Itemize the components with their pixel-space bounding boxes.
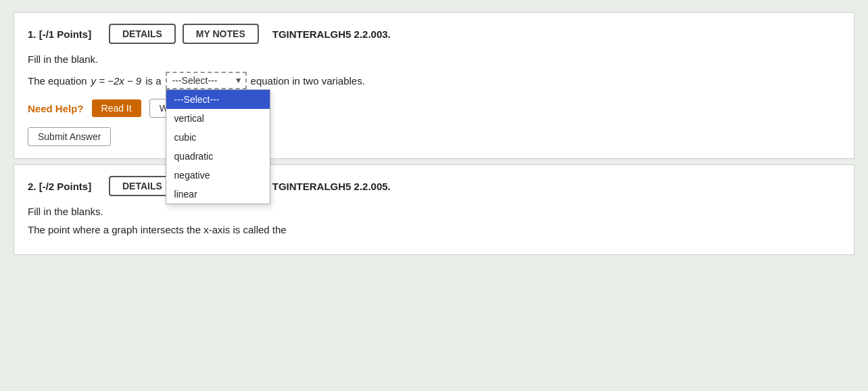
q2-body-text: The point where a graph intersects the x… xyxy=(28,224,287,235)
question-2-header: 2. [-/2 Points] DETAILS MY NOTES TGINTER… xyxy=(28,176,840,196)
q1-submit-button[interactable]: Submit Answer xyxy=(28,127,111,146)
q1-details-button[interactable]: DETAILS xyxy=(109,24,176,44)
q1-need-help-label: Need Help? xyxy=(28,103,84,114)
q2-number: 2. [-/2 Points] xyxy=(28,181,102,192)
dropdown-item-vertical[interactable]: vertical xyxy=(166,109,270,128)
q1-equation-is: is a xyxy=(145,75,161,87)
main-container: 1. [-/1 Points] DETAILS MY NOTES TGINTER… xyxy=(0,0,868,391)
q2-code: TGINTERALGH5 2.2.005. xyxy=(272,181,391,192)
dropdown-item-linear[interactable]: linear xyxy=(166,185,270,204)
q2-fill-blank: Fill in the blanks. xyxy=(28,206,840,217)
q1-num-text: 1. xyxy=(28,28,37,40)
q2-points-text: [-/2 Points] xyxy=(39,181,92,192)
q1-equation-line: The equation y = −2x − 9 is a ---Select-… xyxy=(28,72,840,89)
q1-number: 1. [-/1 Points] xyxy=(28,28,102,40)
q1-code: TGINTERALGH5 2.2.003. xyxy=(272,28,391,40)
q1-mynotes-button[interactable]: MY NOTES xyxy=(183,24,259,44)
q1-equation-suffix: equation in two variables. xyxy=(251,75,365,87)
q1-submit-row: Submit Answer xyxy=(28,127,840,149)
dropdown-item-cubic[interactable]: cubic xyxy=(166,128,270,147)
question-1-header: 1. [-/1 Points] DETAILS MY NOTES TGINTER… xyxy=(28,24,840,44)
q1-readit-button[interactable]: Read It xyxy=(92,99,141,117)
q1-select-wrapper[interactable]: ---Select--- vertical cubic quadratic ne… xyxy=(166,72,247,89)
dropdown-item-negative[interactable]: negative xyxy=(166,166,270,185)
q2-num-text: 2. xyxy=(28,181,37,192)
q1-need-help-row: Need Help? Read It Watch It xyxy=(28,99,840,118)
question-2-block: 2. [-/2 Points] DETAILS MY NOTES TGINTER… xyxy=(14,164,854,255)
q1-dropdown-open[interactable]: ---Select--- vertical cubic quadratic ne… xyxy=(166,89,270,204)
q1-equation-math: y = −2x − 9 xyxy=(91,75,142,87)
dropdown-item-select[interactable]: ---Select--- xyxy=(166,90,270,109)
q1-points-text: [-/1 Points] xyxy=(39,28,92,40)
dropdown-item-quadratic[interactable]: quadratic xyxy=(166,147,270,166)
q1-equation-prefix: The equation xyxy=(28,75,87,87)
q1-select-input[interactable]: ---Select--- vertical cubic quadratic ne… xyxy=(166,72,247,89)
q1-fill-blank: Fill in the blank. xyxy=(28,53,840,65)
question-1-block: 1. [-/1 Points] DETAILS MY NOTES TGINTER… xyxy=(14,12,854,159)
q2-body: The point where a graph intersects the x… xyxy=(28,224,840,235)
